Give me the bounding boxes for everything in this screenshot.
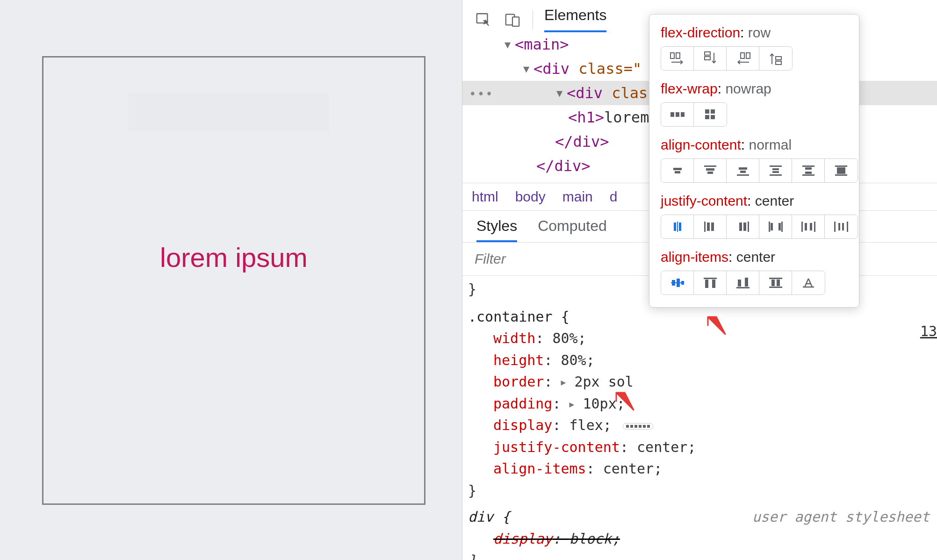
expand-triangle-icon[interactable]: ▶ (569, 398, 575, 411)
svg-rect-70 (777, 280, 780, 286)
align-items-stretch-icon[interactable] (759, 271, 792, 294)
prop-align-items: align-items (661, 249, 728, 265)
crumb-div[interactable]: d (610, 189, 618, 205)
flex-editor-icon[interactable] (623, 423, 653, 430)
svg-rect-60 (677, 279, 680, 287)
crumb-html[interactable]: html (472, 189, 498, 205)
svg-rect-65 (738, 280, 741, 287)
svg-rect-29 (770, 174, 782, 176)
svg-rect-8 (746, 53, 750, 58)
svg-rect-46 (769, 222, 770, 232)
crumb-body[interactable]: body (515, 189, 546, 205)
device-icon[interactable] (504, 11, 521, 29)
svg-rect-2 (512, 17, 519, 26)
svg-rect-35 (837, 167, 845, 174)
svg-rect-14 (705, 109, 709, 114)
svg-rect-17 (711, 115, 715, 119)
prop-justify-content: justify-content (661, 193, 747, 208)
flex-wrap-nowrap-icon[interactable] (661, 103, 694, 126)
svg-rect-53 (814, 222, 815, 232)
svg-rect-66 (745, 278, 748, 287)
svg-rect-42 (711, 223, 714, 231)
align-items-start-icon[interactable] (694, 271, 727, 294)
svg-rect-39 (679, 223, 681, 231)
justify-content-end-icon[interactable] (727, 215, 759, 238)
svg-rect-22 (707, 172, 713, 174)
svg-rect-31 (805, 167, 812, 170)
inspect-icon[interactable] (475, 11, 492, 29)
crumb-main[interactable]: main (562, 189, 593, 205)
svg-rect-61 (681, 281, 684, 285)
svg-rect-28 (772, 171, 779, 173)
svg-rect-36 (835, 174, 847, 176)
svg-rect-52 (810, 223, 812, 230)
svg-rect-62 (704, 278, 717, 279)
align-content-end-icon[interactable] (727, 159, 759, 182)
svg-rect-12 (676, 112, 679, 117)
ua-stylesheet-label: user agent stylesheet (752, 506, 930, 528)
flex-direction-row-reverse-icon[interactable] (727, 47, 759, 70)
justify-content-space-around-icon[interactable] (792, 215, 825, 238)
svg-rect-13 (681, 112, 685, 117)
svg-rect-21 (706, 168, 714, 171)
svg-rect-26 (770, 165, 782, 167)
align-content-space-between-icon[interactable] (792, 159, 825, 182)
tab-elements[interactable]: Elements (544, 7, 606, 32)
svg-rect-40 (704, 222, 706, 232)
flex-direction-row-icon[interactable] (661, 47, 694, 70)
align-content-stretch-icon[interactable] (825, 159, 858, 182)
svg-rect-50 (801, 222, 803, 232)
selection-highlight (129, 93, 330, 131)
svg-rect-16 (705, 115, 709, 119)
ellipsis-icon[interactable]: ••• (469, 87, 497, 101)
svg-rect-20 (704, 165, 716, 167)
expand-triangle-icon[interactable]: ▶ (561, 376, 566, 389)
align-items-end-icon[interactable] (727, 271, 759, 294)
svg-rect-51 (805, 223, 807, 230)
tab-styles[interactable]: Styles (476, 217, 517, 242)
align-items-baseline-icon[interactable] (792, 271, 825, 294)
svg-rect-24 (740, 171, 746, 173)
annotation-arrow-icon (608, 384, 641, 417)
svg-rect-56 (842, 223, 844, 230)
page-viewport: lorem ipsum (0, 0, 462, 560)
prop-align-content: align-content (661, 137, 741, 152)
svg-rect-27 (772, 168, 779, 170)
svg-rect-47 (771, 223, 773, 230)
svg-rect-45 (748, 222, 749, 232)
align-items-center-icon[interactable] (661, 271, 694, 294)
flex-direction-column-icon[interactable] (694, 47, 727, 70)
svg-rect-6 (705, 57, 710, 60)
justify-content-start-icon[interactable] (694, 215, 727, 238)
justify-content-center-icon[interactable] (661, 215, 694, 238)
svg-rect-3 (670, 53, 674, 58)
prop-flex-direction: flex-direction (661, 25, 740, 40)
svg-rect-10 (776, 61, 781, 65)
align-content-center-icon[interactable] (661, 159, 694, 182)
flex-direction-column-reverse-icon[interactable] (759, 47, 792, 70)
svg-rect-54 (834, 222, 836, 232)
justify-content-space-between-icon[interactable] (759, 215, 792, 238)
align-content-space-around-icon[interactable] (759, 159, 792, 182)
svg-rect-37 (674, 223, 676, 231)
svg-rect-4 (676, 53, 680, 58)
tab-computed[interactable]: Computed (538, 217, 607, 242)
align-content-start-icon[interactable] (694, 159, 727, 182)
flex-wrap-wrap-icon[interactable] (694, 103, 727, 126)
svg-rect-44 (743, 223, 746, 231)
flexbox-editor-popup: flex-direction: row flex-wrap: nowrap al… (649, 14, 859, 308)
justify-content-space-evenly-icon[interactable] (825, 215, 858, 238)
svg-rect-33 (802, 174, 814, 176)
svg-rect-67 (736, 287, 750, 288)
svg-rect-71 (769, 287, 782, 288)
line-number[interactable]: 13 (920, 321, 937, 343)
svg-rect-23 (739, 167, 747, 170)
svg-rect-32 (805, 172, 812, 174)
svg-rect-57 (847, 222, 848, 232)
svg-rect-41 (707, 223, 710, 231)
svg-rect-68 (769, 278, 782, 279)
svg-rect-5 (705, 52, 710, 55)
dom-main[interactable]: <main> (515, 36, 569, 53)
svg-rect-7 (741, 53, 744, 58)
svg-rect-19 (675, 171, 680, 173)
